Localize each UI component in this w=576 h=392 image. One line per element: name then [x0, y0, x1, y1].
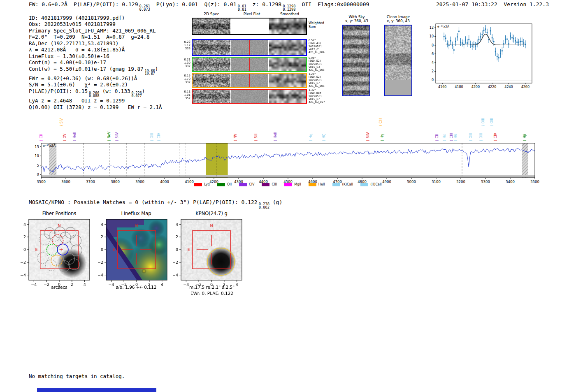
svg-text:4160: 4160 [438, 85, 446, 89]
svg-text:E: E [187, 247, 190, 252]
catalog-match-line: MOSAIC/KPNO : Possible Matches = 0 (with… [29, 199, 282, 209]
fiber-circle [70, 235, 81, 246]
svg-text:−4: −4 [98, 273, 103, 277]
header-timestamp: 2025-01-07 10:33:22 Version 1.22.3 [436, 1, 549, 7]
svg-text:4240: 4240 [504, 85, 513, 89]
fiducial-line [249, 58, 250, 71]
svg-text:e⁻¹⁷x2Å: e⁻¹⁷x2Å [437, 25, 450, 28]
svg-text:2: 2 [101, 234, 103, 239]
cutout-row-right-labels: 0.52"(360, 43)20220531v015_01421_RL_004 [309, 39, 333, 54]
legend-label: Lyα [204, 183, 210, 186]
legend-item: OII [217, 183, 232, 186]
legend-label: OII [227, 183, 232, 186]
svg-text:10: 10 [35, 154, 39, 158]
kpno-panel-title: KPNO(24.7) g [177, 211, 246, 216]
cutout-row [192, 73, 307, 88]
svg-text:4: 4 [432, 61, 434, 65]
emission-line-label: } CIII [379, 118, 383, 127]
cutout-row [192, 57, 307, 72]
legend-swatch [284, 183, 292, 186]
svg-text:4180: 4180 [455, 85, 463, 89]
spectrum-legend: LyαOIICIVCIIIMgIIHeII(K)CaII(H)CaII [41, 183, 535, 186]
emission-line-label: } Hβ [523, 134, 527, 141]
report-version: Version 1.22.3 [504, 1, 549, 7]
fiber-xlabel: arcsecs [18, 285, 100, 290]
svg-text:4200: 4200 [471, 85, 480, 89]
emission-line-label: } SiIV [115, 132, 119, 141]
legend-label: (K)CaII [342, 183, 353, 186]
detection-info-block: ID: 4021817999 (4021817999.pdf)Obs: 2022… [29, 15, 162, 110]
kpno-bottom-label-2: EWr: 0, PLAE: 0.122 [171, 291, 253, 296]
emission-line-label: } SiV [60, 118, 63, 127]
emission-line-label: } SiIV [366, 132, 370, 141]
emission-line-label: } Hζ [322, 134, 326, 141]
row-smoothed [269, 40, 306, 55]
legend-swatch [360, 183, 368, 186]
legend-item: MgII [284, 183, 301, 186]
svg-text:4: 4 [23, 222, 26, 227]
legend-label: MgII [294, 183, 301, 186]
legend-label: CIII [272, 183, 277, 186]
row-2dspec [193, 90, 230, 103]
legend-item: CIII [262, 183, 277, 186]
legend-label: CIV [249, 183, 254, 186]
svg-text:0: 0 [37, 172, 39, 176]
emission-line-label: } HeII [274, 132, 277, 141]
emission-line-label: } Hδ [454, 134, 458, 141]
svg-text:E: E [35, 247, 37, 252]
svg-text:−4: −4 [172, 273, 178, 277]
svg-text:0: 0 [432, 78, 434, 82]
emission-line-fit-chart: 024681012416041804200422042404260e⁻¹⁷x2Å [426, 19, 541, 99]
weighted-smoothed [269, 19, 306, 34]
withsky-title-text: With Sky [340, 15, 374, 19]
cutout-row-right-labels: 1.32"(360, 884)20220531v015_07421_RU_097 [309, 89, 333, 104]
legend-swatch [262, 183, 269, 186]
col-title-2dspec: 2D Spec [193, 12, 230, 16]
legend-item: (K)CaII [332, 183, 353, 186]
svg-text:2: 2 [23, 234, 26, 239]
emission-line-label: } HeII [73, 132, 77, 141]
row-smoothed [269, 58, 306, 71]
row-2dspec [193, 74, 230, 87]
cutout-row [192, 39, 307, 56]
emission-line-label: } Hη [309, 134, 313, 141]
cutout-row-right-labels: 1.28"(360, 52)20220531v015_07421_RL_005 [309, 73, 333, 88]
emission-line-label: } OVI [63, 132, 67, 141]
lineflux-map-overlay: −4−4−2−2002244NE [92, 216, 174, 288]
emission-line-label: } CII [435, 134, 439, 141]
lineflux-panel-title: Lineflux Map [101, 211, 171, 216]
catalog-note-line1: No matching targets in catalog. [29, 373, 125, 379]
emission-line-label: } CIV [494, 132, 497, 141]
emission-line-label: } CIV [157, 132, 161, 141]
clean-subtitle: x, y: 360, 43 [380, 19, 416, 23]
weighted-2dspec [193, 19, 230, 34]
svg-text:5: 5 [37, 163, 39, 167]
fiber-circle [71, 245, 82, 256]
legend-label: HeII [318, 183, 325, 186]
svg-text:0: 0 [23, 247, 26, 252]
svg-text:4220: 4220 [488, 85, 496, 89]
emission-line-label: } OIII [479, 133, 483, 141]
cutout-row-left-labels: 0.211.30332 [178, 58, 190, 68]
withsky-title: With Sky x, y: 360, 43 [340, 15, 374, 23]
legend-swatch [194, 183, 202, 186]
clean-image-frame [384, 25, 412, 96]
cutout-row-left-labels: 0.221.12333 [178, 40, 190, 50]
cutout-row-right-labels: 0.98"(360, 52)20220531v015_03421_RL_005 [309, 57, 333, 72]
withsky-image [343, 26, 369, 95]
legend-item: Lyα [194, 183, 210, 186]
row-2dspec [193, 58, 230, 71]
kpno-cutout-overlay: −4−4−2−2002244NE [167, 216, 249, 288]
svg-text:2: 2 [176, 234, 178, 239]
svg-text:15: 15 [35, 145, 39, 149]
fiducial-line [249, 74, 250, 87]
withsky-subtitle: x, y: 360, 43 [340, 19, 374, 23]
svg-text:−4: −4 [20, 273, 26, 277]
emission-line-label: } NeV [107, 131, 111, 141]
svg-text:E: E [112, 247, 115, 252]
legend-item: CIV [239, 183, 254, 186]
fiber-circle [46, 260, 57, 271]
clean-title: Clean Image x, y: 360, 43 [380, 15, 416, 23]
svg-text:N: N [135, 223, 138, 228]
emission-line-label: } OIII [150, 133, 154, 141]
